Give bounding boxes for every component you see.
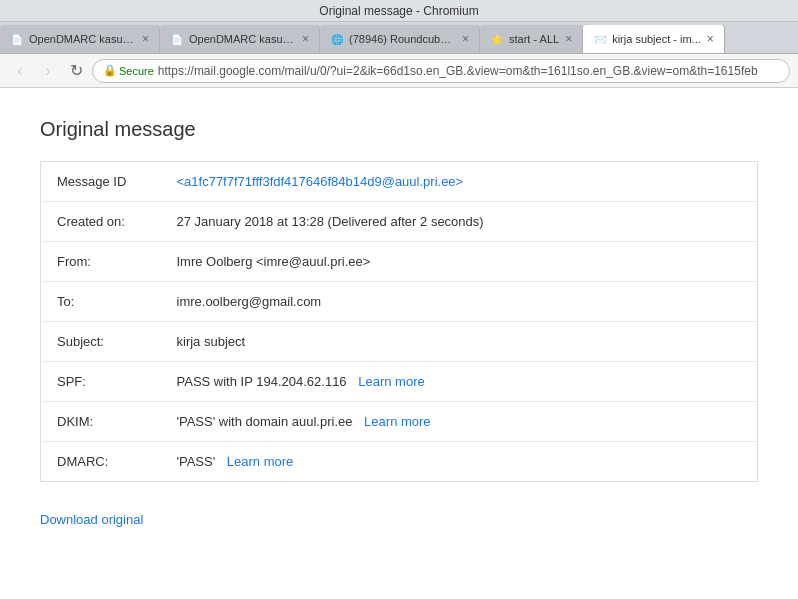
field-label-message-id: Message ID xyxy=(41,162,161,202)
tab-5-close[interactable]: × xyxy=(707,32,714,46)
nav-bar: ‹ › ↻ 🔒 Secure https://mail.google.com/m… xyxy=(0,54,798,88)
page-content: Original message Message ID <a1fc77f7f71… xyxy=(0,88,798,599)
table-row: Subject: kirja subject xyxy=(41,322,758,362)
table-row: DKIM: 'PASS' with domain auul.pri.ee Lea… xyxy=(41,402,758,442)
message-id-link[interactable]: <a1fc77f7f71fff3fdf417646f84b14d9@auul.p… xyxy=(177,174,464,189)
page-title: Original message xyxy=(40,118,758,141)
tab-4-label: start - ALL xyxy=(509,33,559,45)
url-text: https://mail.google.com/mail/u/0/?ui=2&i… xyxy=(158,64,758,78)
field-value-dmarc: 'PASS' Learn more xyxy=(161,442,758,482)
tab-bar: 📄 OpenDMARC kasutami... × 📄 OpenDMARC ka… xyxy=(0,22,798,54)
field-label-from: From: xyxy=(41,242,161,282)
table-row: Created on: 27 January 2018 at 13:28 (De… xyxy=(41,202,758,242)
tab-2-label: OpenDMARC kasutam... xyxy=(189,33,296,45)
message-details-table: Message ID <a1fc77f7f71fff3fdf417646f84b… xyxy=(40,161,758,482)
field-value-dkim: 'PASS' with domain auul.pri.ee Learn mor… xyxy=(161,402,758,442)
forward-button[interactable]: › xyxy=(36,59,60,83)
field-label-to: To: xyxy=(41,282,161,322)
dmarc-value-text: 'PASS' xyxy=(177,454,216,469)
tab-2-close[interactable]: × xyxy=(302,32,309,46)
title-bar: Original message - Chromium xyxy=(0,0,798,22)
dkim-value-text: 'PASS' with domain auul.pri.ee xyxy=(177,414,353,429)
lock-icon: 🔒 xyxy=(103,64,117,77)
secure-badge: 🔒 Secure xyxy=(103,64,154,77)
tab-1[interactable]: 📄 OpenDMARC kasutami... × xyxy=(0,25,160,53)
spf-value-text: PASS with IP 194.204.62.116 xyxy=(177,374,347,389)
tab-3-label: (78946) Roundcube W... xyxy=(349,33,456,45)
dmarc-learn-more-link[interactable]: Learn more xyxy=(227,454,293,469)
field-label-dmarc: DMARC: xyxy=(41,442,161,482)
field-label-created-on: Created on: xyxy=(41,202,161,242)
tab-2-favicon: 📄 xyxy=(170,32,184,46)
field-value-subject: kirja subject xyxy=(161,322,758,362)
tab-2[interactable]: 📄 OpenDMARC kasutam... × xyxy=(160,25,320,53)
tab-3[interactable]: 🌐 (78946) Roundcube W... × xyxy=(320,25,480,53)
window-title: Original message - Chromium xyxy=(319,4,478,18)
address-bar[interactable]: 🔒 Secure https://mail.google.com/mail/u/… xyxy=(92,59,790,83)
field-value-message-id: <a1fc77f7f71fff3fdf417646f84b14d9@auul.p… xyxy=(161,162,758,202)
tab-1-close[interactable]: × xyxy=(142,32,149,46)
tab-5-favicon: ✉️ xyxy=(593,32,607,46)
field-value-to: imre.oolberg@gmail.com xyxy=(161,282,758,322)
dkim-learn-more-link[interactable]: Learn more xyxy=(364,414,430,429)
table-row: DMARC: 'PASS' Learn more xyxy=(41,442,758,482)
table-row: Message ID <a1fc77f7f71fff3fdf417646f84b… xyxy=(41,162,758,202)
spf-learn-more-link[interactable]: Learn more xyxy=(358,374,424,389)
table-row: From: Imre Oolberg <imre@auul.pri.ee> xyxy=(41,242,758,282)
table-row: SPF: PASS with IP 194.204.62.116 Learn m… xyxy=(41,362,758,402)
secure-label: Secure xyxy=(119,65,154,77)
tab-4-close[interactable]: × xyxy=(565,32,572,46)
tab-5[interactable]: ✉️ kirja subject - im... × xyxy=(583,25,725,53)
back-button[interactable]: ‹ xyxy=(8,59,32,83)
field-label-subject: Subject: xyxy=(41,322,161,362)
field-value-from: Imre Oolberg <imre@auul.pri.ee> xyxy=(161,242,758,282)
tab-1-favicon: 📄 xyxy=(10,32,24,46)
field-label-dkim: DKIM: xyxy=(41,402,161,442)
tab-3-favicon: 🌐 xyxy=(330,32,344,46)
tab-4[interactable]: ⭐ start - ALL × xyxy=(480,25,583,53)
tab-1-label: OpenDMARC kasutami... xyxy=(29,33,136,45)
download-original-link[interactable]: Download original xyxy=(40,512,143,527)
table-row: To: imre.oolberg@gmail.com xyxy=(41,282,758,322)
field-value-created-on: 27 January 2018 at 13:28 (Delivered afte… xyxy=(161,202,758,242)
field-label-spf: SPF: xyxy=(41,362,161,402)
tab-3-close[interactable]: × xyxy=(462,32,469,46)
reload-button[interactable]: ↻ xyxy=(64,59,88,83)
field-value-spf: PASS with IP 194.204.62.116 Learn more xyxy=(161,362,758,402)
tab-5-label: kirja subject - im... xyxy=(612,33,701,45)
tab-4-favicon: ⭐ xyxy=(490,32,504,46)
